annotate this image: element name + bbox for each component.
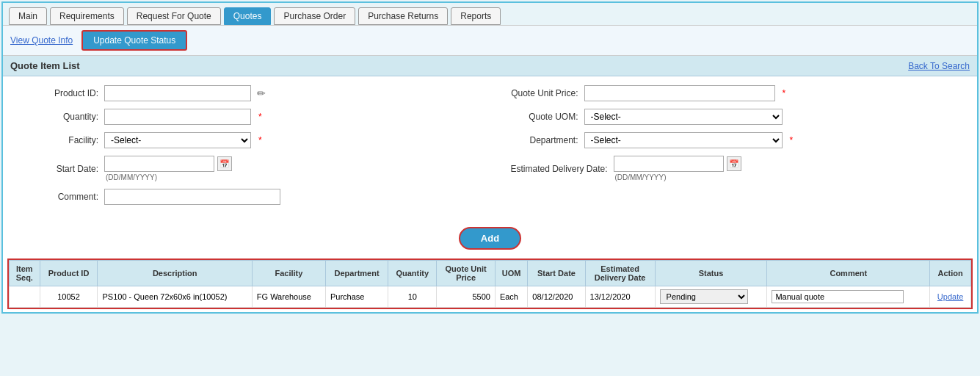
quantity-input[interactable] — [104, 109, 251, 125]
form-row-4: Start Date: 📅 (DD/MM/YYYY) Estimated Del… — [18, 156, 962, 181]
cell-department: Purchase — [325, 286, 388, 308]
back-to-search-button[interactable]: Back To Search — [908, 61, 970, 71]
status-select[interactable]: Pending — [660, 289, 748, 304]
col-uom: UOM — [495, 261, 527, 286]
col-estimated-delivery: EstimatedDelivery Date — [585, 261, 655, 286]
department-label: Department: — [498, 135, 578, 145]
col-quantity: Quantity — [388, 261, 437, 286]
add-button[interactable]: Add — [459, 227, 521, 250]
col-description: Description — [98, 261, 252, 286]
cell-uom: Each — [495, 286, 527, 308]
form-row-5: Comment: — [18, 189, 962, 205]
col-facility: Facility — [252, 261, 325, 286]
table-header-row: ItemSeq. Product ID Description Facility… — [10, 261, 971, 286]
table-wrapper: ItemSeq. Product ID Description Facility… — [7, 258, 973, 309]
quote-unit-price-input[interactable] — [584, 85, 775, 101]
comment-col: Comment: — [18, 189, 962, 205]
start-date-format: (DD/MM/YYYY) — [106, 173, 232, 181]
tab-reports[interactable]: Reports — [451, 7, 501, 25]
update-quote-status-button[interactable]: Update Quote Status — [81, 30, 187, 51]
add-button-container: Add — [3, 221, 977, 256]
quote-item-table: ItemSeq. Product ID Description Facility… — [9, 260, 971, 308]
facility-label: Facility: — [18, 135, 98, 145]
form-area: Product ID: ✏ Quote Unit Price: * Quanti… — [3, 76, 977, 221]
cell-comment[interactable] — [767, 286, 930, 308]
estimated-delivery-group: 📅 (DD/MM/YYYY) — [614, 156, 741, 181]
quantity-col: Quantity: * — [18, 109, 483, 125]
col-department: Department — [325, 261, 388, 286]
col-product-id: Product ID — [40, 261, 98, 286]
required-star-dept: * — [790, 135, 794, 145]
estimated-delivery-row: 📅 — [614, 156, 741, 172]
col-quote-unit-price: Quote UnitPrice — [437, 261, 496, 286]
cell-start-date: 08/12/2020 — [528, 286, 585, 308]
comment-label: Comment: — [18, 192, 98, 202]
form-row-1: Product ID: ✏ Quote Unit Price: * — [18, 85, 962, 101]
tab-main[interactable]: Main — [9, 7, 47, 25]
cell-product-id: 10052 — [40, 286, 98, 308]
start-date-calendar-icon[interactable]: 📅 — [217, 156, 232, 171]
quote-uom-select[interactable]: -Select- — [584, 109, 783, 125]
product-id-label: Product ID: — [18, 88, 98, 98]
pencil-icon: ✏ — [257, 87, 266, 99]
cell-status[interactable]: Pending — [655, 286, 767, 308]
comment-input[interactable] — [104, 189, 280, 205]
estimated-delivery-input[interactable] — [614, 156, 724, 172]
required-star-qup: * — [783, 88, 786, 98]
tab-bar: Main Requirements Request For Quote Quot… — [3, 3, 977, 26]
quote-unit-price-label: Quote Unit Price: — [498, 88, 578, 98]
department-col: Department: -Select- * — [498, 132, 963, 148]
facility-select[interactable]: -Select- — [104, 132, 251, 148]
start-date-col: Start Date: 📅 (DD/MM/YYYY) — [18, 156, 483, 181]
required-star-qty: * — [258, 112, 262, 122]
cell-item-seq — [10, 286, 40, 308]
col-start-date: Start Date — [528, 261, 585, 286]
cell-quote-unit-price: 5500 — [437, 286, 496, 308]
product-id-input[interactable] — [104, 85, 251, 101]
view-quote-info-link[interactable]: View Quote Info — [10, 35, 73, 46]
secondary-bar: View Quote Info Update Quote Status — [3, 26, 977, 56]
quote-unit-price-col: Quote Unit Price: * — [498, 85, 963, 101]
col-item-seq: ItemSeq. — [10, 261, 40, 286]
section-title: Quote Item List — [10, 60, 80, 71]
start-date-row: 📅 — [104, 156, 232, 172]
tab-purchase-returns[interactable]: Purchase Returns — [358, 7, 448, 25]
cell-facility: FG Warehouse — [252, 286, 325, 308]
department-select[interactable]: -Select- — [584, 132, 783, 148]
quantity-label: Quantity: — [18, 112, 98, 122]
col-action: Action — [930, 261, 971, 286]
required-star-facility: * — [258, 135, 262, 145]
estimated-delivery-col: Estimated Delivery Date: 📅 (DD/MM/YYYY) — [498, 156, 963, 181]
cell-description: PS100 - Queen 72x60x6 in(10052) — [98, 286, 252, 308]
start-date-label: Start Date: — [18, 164, 98, 174]
estimated-delivery-calendar-icon[interactable]: 📅 — [727, 156, 741, 171]
table-row: 10052 PS100 - Queen 72x60x6 in(10052) FG… — [10, 286, 971, 308]
cell-estimated-delivery: 13/12/2020 — [585, 286, 655, 308]
tab-requirements[interactable]: Requirements — [50, 7, 124, 25]
estimated-delivery-format: (DD/MM/YYYY) — [615, 173, 741, 181]
tab-request-for-quote[interactable]: Request For Quote — [127, 7, 221, 25]
quote-uom-label: Quote UOM: — [498, 112, 578, 122]
tab-quotes[interactable]: Quotes — [224, 7, 272, 25]
main-container: Main Requirements Request For Quote Quot… — [1, 1, 979, 314]
start-date-input[interactable] — [104, 156, 214, 172]
cell-action[interactable]: Update — [930, 286, 971, 308]
col-status: Status — [655, 261, 767, 286]
row-comment-input[interactable] — [772, 290, 904, 303]
facility-col: Facility: -Select- * — [18, 132, 483, 148]
cell-quantity: 10 — [388, 286, 437, 308]
start-date-group: 📅 (DD/MM/YYYY) — [104, 156, 232, 181]
section-header: Quote Item List Back To Search — [3, 56, 977, 76]
row-update-button[interactable]: Update — [937, 292, 963, 301]
quote-uom-col: Quote UOM: -Select- — [498, 109, 963, 125]
estimated-delivery-label: Estimated Delivery Date: — [498, 164, 608, 174]
product-id-col: Product ID: ✏ — [18, 85, 483, 101]
form-row-3: Facility: -Select- * Department: -Select… — [18, 132, 962, 148]
form-row-2: Quantity: * Quote UOM: -Select- — [18, 109, 962, 125]
col-comment: Comment — [767, 261, 930, 286]
tab-purchase-order[interactable]: Purchase Order — [274, 7, 355, 25]
